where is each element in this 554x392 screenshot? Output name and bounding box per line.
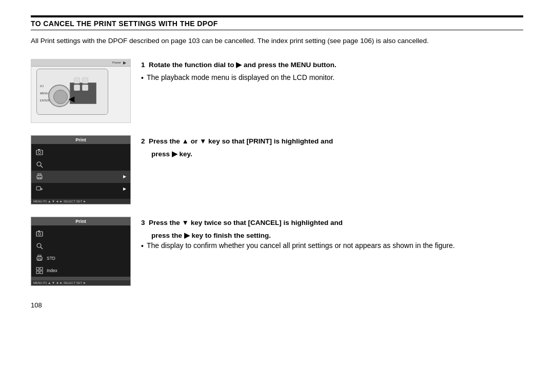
svg-rect-20: [36, 271, 39, 274]
svg-line-4: [41, 166, 43, 168]
svg-rect-21: [40, 271, 43, 274]
menu3-row-camera: [31, 228, 130, 240]
menu-label-cam: MENU: [40, 92, 50, 95]
step-3-sym1: ▼: [182, 219, 191, 226]
enter-label: ENTER: [40, 99, 50, 102]
step-2-sym2: ▼: [200, 137, 208, 145]
menu-cam-icon: [35, 148, 44, 156]
power-label: Power: [112, 61, 121, 64]
step-2-title: 2 Press the ▲ or ▼ key so that [PRINT] i…: [141, 136, 523, 147]
svg-rect-2: [38, 149, 40, 150]
menu-row-camera: [31, 146, 130, 158]
svg-point-3: [37, 162, 41, 166]
page-number: 108: [31, 301, 523, 309]
svg-point-11: [38, 233, 41, 235]
cam-dot-grid: [74, 77, 89, 91]
svg-rect-7: [38, 177, 41, 179]
step-2-title-line2: press ▶ key.: [141, 150, 523, 158]
step-3-text2: key twice so that [CANCEL] is highlighte…: [191, 219, 343, 226]
step-1-bullet: The playback mode menu is displayed on t…: [141, 73, 523, 82]
step-1-title: 1 Rotate the function dial to ▶ and pres…: [141, 60, 523, 70]
svg-rect-6: [38, 174, 41, 175]
menu-screen-step3: Print STD: [31, 217, 131, 286]
step-2-num: 2: [141, 137, 145, 145]
menu3-index-label: Index: [47, 268, 126, 273]
step-2-text4: key.: [180, 150, 192, 158]
step-3-num: 3: [141, 219, 145, 226]
step-2-sym1: ▲: [182, 137, 191, 145]
cam-lens-inner: [53, 90, 68, 104]
step-1-num: 1: [141, 61, 145, 69]
menu-transfer-icon: [35, 185, 44, 193]
menu-row-print: ▶: [31, 171, 130, 183]
svg-rect-0: [36, 150, 43, 155]
menu-title-step3: Print: [31, 217, 130, 225]
menu3-print-icon: [35, 254, 44, 262]
step-2-text2: key so that [PRINT] is highlighted and: [208, 137, 333, 145]
step-3-text3: press the: [151, 232, 182, 239]
svg-rect-16: [38, 255, 41, 257]
step-3-bullet-text: The display to confirm whether you cance…: [147, 241, 455, 250]
step-3-content: 3 Press the ▼ key twice so that [CANCEL]…: [141, 217, 523, 250]
svg-rect-8: [36, 187, 41, 190]
menu-row-transfer: ▶: [31, 183, 130, 195]
menu-search-icon: [35, 160, 44, 169]
menu-screen-step2: Print ▶: [31, 135, 131, 204]
cam-arrow-indicator: ◀: [69, 95, 74, 103]
menu-items-step2: ▶ ▶: [31, 144, 130, 204]
menu3-cam-icon: [35, 230, 44, 238]
step-1-bullet-text: The playback mode menu is displayed on t…: [147, 73, 335, 81]
cam-body: ICI MENU ENTER ◀: [36, 69, 108, 115]
svg-rect-17: [38, 259, 41, 260]
menu-row-search: [31, 158, 130, 171]
step-3-text4: key to finish the setting.: [192, 232, 271, 239]
step-2-content: 2 Press the ▲ or ▼ key so that [PRINT] i…: [141, 135, 523, 158]
svg-rect-12: [38, 231, 40, 232]
section-title: TO CANCEL THE PRINT SETTINGS WITH THE DP…: [31, 19, 523, 30]
top-border: [31, 15, 523, 17]
menu3-row-search: [31, 240, 130, 252]
step-3-text1: Press the: [149, 219, 180, 226]
menu3-row-std: STD: [31, 252, 130, 264]
step-2-text1: Press the: [149, 137, 180, 145]
svg-rect-10: [36, 232, 43, 236]
menu-footer-step3: MENU P1 ▲ ▼ ◄ ► SELECT SET ►: [31, 280, 130, 285]
menu3-row-index: Index: [31, 264, 130, 277]
menu-transfer-arrow: ▶: [123, 187, 126, 191]
cam-top-bar: Power ▶: [31, 59, 130, 67]
menu3-search-icon: [35, 242, 44, 250]
svg-line-14: [41, 247, 43, 249]
step-2-or: or: [191, 137, 198, 145]
step-1-sym: ▶: [236, 61, 244, 69]
svg-point-13: [37, 243, 41, 247]
menu3-index-icon: [35, 266, 44, 275]
step-1-text1: Rotate the function dial to: [149, 61, 234, 69]
camera-illustration: Power ▶ ICI MENU ENTER ◀: [31, 59, 131, 123]
step-1-row: Power ▶ ICI MENU ENTER ◀: [31, 59, 523, 123]
menu-footer-step2: MENU P1 ▲ ▼ ◄ ► SELECT SET ►: [31, 199, 130, 204]
step-3-bullet: The display to confirm whether you cance…: [141, 241, 523, 250]
step-2-text3: press: [151, 150, 170, 158]
menu-title-step2: Print: [31, 136, 130, 144]
menu-items-step3: STD Index Cancel ▶: [31, 225, 130, 286]
step-2-row: Print ▶: [31, 135, 523, 204]
step-3-row: Print STD: [31, 217, 523, 286]
svg-rect-18: [36, 267, 39, 270]
step-3-title: 3 Press the ▼ key twice so that [CANCEL]…: [141, 218, 523, 228]
svg-rect-19: [40, 267, 43, 270]
cam-lens: [48, 85, 71, 107]
step-1-content: 1 Rotate the function dial to ▶ and pres…: [141, 59, 523, 82]
intro-text: All Print settings with the DPOF describ…: [31, 35, 523, 47]
menu-footer-text2: MENU P1 ▲ ▼ ◄ ► SELECT SET ►: [33, 200, 86, 203]
step-3-sym2: ▶: [184, 232, 192, 239]
svg-point-1: [38, 151, 41, 154]
step-2-sym3: ▶: [172, 150, 180, 158]
menu3-std-label: STD: [47, 256, 126, 261]
ici-label: ICI: [40, 85, 50, 88]
menu-print-arrow: ▶: [123, 174, 126, 179]
menu-print-icon: [35, 173, 44, 181]
step-1-text2: and press the MENU button.: [244, 61, 337, 69]
play-symbol: ▶: [123, 60, 126, 65]
step-3-title-line2: press the ▶ key to finish the setting.: [141, 231, 523, 239]
menu-footer-text3: MENU P1 ▲ ▼ ◄ ► SELECT SET ►: [33, 281, 86, 284]
